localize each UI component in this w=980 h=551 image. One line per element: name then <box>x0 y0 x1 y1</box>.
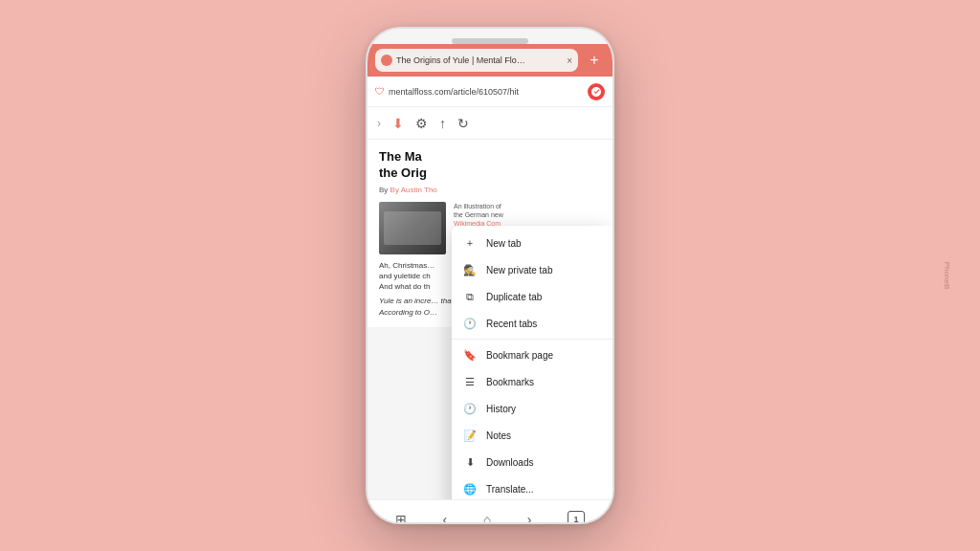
menu-item-downloads[interactable]: ⬇ Downloads <box>452 449 612 475</box>
bookmark-page-label: Bookmark page <box>486 350 553 361</box>
menu-item-new-private-tab[interactable]: 🕵 New private tab <box>452 256 612 283</box>
duplicate-tab-icon: ⧉ <box>463 290 477 303</box>
recent-tabs-icon: 🕐 <box>463 317 477 330</box>
article-title-line1: The Ma <box>379 149 422 164</box>
menu-item-bookmarks[interactable]: ☰ Bookmarks <box>452 368 612 395</box>
page-area: The Ma the Orig By By Austin Tho An illu… <box>368 140 612 499</box>
duplicate-tab-label: Duplicate tab <box>486 292 542 302</box>
new-tab-button[interactable]: + <box>584 50 605 71</box>
new-private-tab-label: New private tab <box>486 265 552 276</box>
downloads-label: Downloads <box>486 457 533 468</box>
menu-item-history[interactable]: 🕐 History <box>452 395 612 422</box>
forward-icon[interactable]: › <box>527 512 532 525</box>
new-tab-icon: + <box>463 236 477 250</box>
recent-tabs-label: Recent tabs <box>486 319 537 329</box>
toolbar-refresh-icon[interactable]: ↻ <box>457 116 469 131</box>
menu-item-notes[interactable]: 📝 Notes <box>452 422 612 449</box>
translate-icon: 🌐 <box>463 482 477 496</box>
menu-divider-1 <box>452 339 612 340</box>
tab-bar: The Origins of Yule | Mental Flo… × + <box>368 44 612 77</box>
menu-item-bookmark-page[interactable]: 🔖 Bookmark page <box>452 342 612 368</box>
vivaldi-icon <box>588 83 605 100</box>
shield-icon: 🛡 <box>375 86 385 97</box>
menu-item-recent-tabs[interactable]: 🕐 Recent tabs <box>452 310 612 337</box>
bookmarks-label: Bookmarks <box>486 377 534 387</box>
bottom-nav: ⊞ ‹ ⌂ › 1 <box>368 499 612 524</box>
new-tab-label: New tab <box>486 238 522 249</box>
address-bar: 🛡 mentalfloss.com/article/610507/hit <box>368 77 612 107</box>
panels-icon[interactable]: ⊞ <box>395 512 407 525</box>
back-icon[interactable]: ‹ <box>442 512 447 525</box>
dropdown-menu: + New tab 🕵 New private tab ⧉ Duplicate … <box>452 226 612 499</box>
tab-close-button[interactable]: × <box>567 55 572 66</box>
article-image <box>379 202 446 254</box>
article-byline: By By Austin Tho <box>379 186 601 194</box>
menu-item-duplicate-tab[interactable]: ⧉ Duplicate tab <box>452 283 612 310</box>
toolbar-download-icon[interactable]: ⬇ <box>392 116 404 131</box>
article-title-line2: the Orig <box>379 165 427 180</box>
address-url[interactable]: mentalfloss.com/article/610507/hit <box>389 87 584 97</box>
tabs-count-badge[interactable]: 1 <box>568 511 585 525</box>
history-icon: 🕐 <box>463 402 477 415</box>
downloads-icon: ⬇ <box>463 455 477 469</box>
menu-item-new-tab[interactable]: + New tab <box>452 230 612 256</box>
watermark: PhoneB <box>943 262 951 289</box>
toolbar: › ⬇ ⚙ ↑ ↻ <box>368 107 612 140</box>
tab-title: The Origins of Yule | Mental Flo… <box>396 55 563 65</box>
toolbar-share-icon[interactable]: ↑ <box>439 116 446 131</box>
notes-icon: 📝 <box>463 429 477 442</box>
active-tab[interactable]: The Origins of Yule | Mental Flo… × <box>375 49 578 72</box>
menu-item-translate[interactable]: 🌐 Translate... <box>452 475 612 499</box>
toolbar-forward-icon[interactable]: › <box>377 117 381 130</box>
article-title: The Ma the Orig <box>379 149 601 182</box>
article-author-link[interactable]: By Austin Tho <box>390 186 437 194</box>
toolbar-settings-icon[interactable]: ⚙ <box>415 116 428 131</box>
translate-label: Translate... <box>486 484 534 495</box>
private-tab-icon: 🕵 <box>463 263 477 276</box>
home-icon[interactable]: ⌂ <box>483 512 491 525</box>
browser-area: The Origins of Yule | Mental Flo… × + 🛡 … <box>368 44 612 524</box>
history-label: History <box>486 404 516 414</box>
tab-favicon <box>381 55 392 66</box>
bookmark-page-icon: 🔖 <box>463 348 477 362</box>
notes-label: Notes <box>486 430 511 441</box>
phone-shell: The Origins of Yule | Mental Flo… × + 🛡 … <box>366 27 614 524</box>
bookmarks-icon: ☰ <box>463 375 477 388</box>
